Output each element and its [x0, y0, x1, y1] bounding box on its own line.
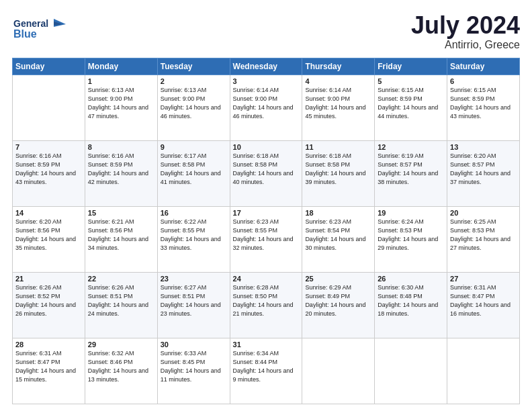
col-monday: Monday	[85, 58, 157, 75]
calendar-cell: 15 Sunrise: 6:21 AMSunset: 8:56 PMDaylig…	[85, 206, 157, 272]
day-info: Sunrise: 6:17 AMSunset: 8:58 PMDaylight:…	[161, 152, 227, 187]
calendar-cell: 3 Sunrise: 6:14 AMSunset: 9:00 PMDayligh…	[230, 75, 302, 140]
day-number: 3	[233, 77, 300, 85]
calendar-table: Sunday Monday Tuesday Wednesday Thursday…	[12, 58, 520, 404]
logo-svg: General Blue	[12, 12, 73, 46]
day-number: 5	[378, 77, 444, 85]
day-info: Sunrise: 6:14 AMSunset: 9:00 PMDaylight:…	[305, 86, 371, 121]
calendar-cell: 17 Sunrise: 6:23 AMSunset: 8:55 PMDaylig…	[230, 206, 302, 272]
calendar-week-2: 14 Sunrise: 6:20 AMSunset: 8:56 PMDaylig…	[13, 206, 520, 272]
day-info: Sunrise: 6:18 AMSunset: 8:58 PMDaylight:…	[305, 152, 371, 187]
day-info: Sunrise: 6:13 AMSunset: 9:00 PMDaylight:…	[161, 86, 227, 121]
day-info: Sunrise: 6:23 AMSunset: 8:55 PMDaylight:…	[233, 218, 300, 253]
day-info: Sunrise: 6:19 AMSunset: 8:57 PMDaylight:…	[378, 152, 444, 187]
day-number: 6	[450, 77, 517, 85]
svg-text:General: General	[13, 18, 48, 29]
day-info: Sunrise: 6:25 AMSunset: 8:53 PMDaylight:…	[450, 218, 517, 253]
day-number: 16	[161, 209, 227, 217]
main-title: July 2024	[411, 12, 520, 39]
day-info: Sunrise: 6:29 AMSunset: 8:49 PMDaylight:…	[305, 283, 371, 318]
day-number: 24	[233, 275, 300, 283]
day-info: Sunrise: 6:30 AMSunset: 8:48 PMDaylight:…	[378, 283, 444, 318]
day-info: Sunrise: 6:26 AMSunset: 8:52 PMDaylight:…	[15, 283, 82, 318]
svg-text:Blue: Blue	[13, 28, 37, 40]
day-number: 29	[88, 340, 154, 349]
day-info: Sunrise: 6:15 AMSunset: 8:59 PMDaylight:…	[450, 86, 517, 121]
day-number: 17	[233, 209, 300, 217]
day-info: Sunrise: 6:16 AMSunset: 8:59 PMDaylight:…	[88, 152, 154, 187]
calendar-cell: 6 Sunrise: 6:15 AMSunset: 8:59 PMDayligh…	[447, 75, 520, 140]
calendar-cell: 16 Sunrise: 6:22 AMSunset: 8:55 PMDaylig…	[157, 206, 230, 272]
calendar-cell: 21 Sunrise: 6:26 AMSunset: 8:52 PMDaylig…	[13, 272, 85, 338]
calendar-cell	[447, 338, 520, 404]
day-number: 13	[450, 143, 517, 151]
calendar-cell: 25 Sunrise: 6:29 AMSunset: 8:49 PMDaylig…	[302, 272, 375, 338]
day-info: Sunrise: 6:32 AMSunset: 8:46 PMDaylight:…	[88, 349, 154, 384]
calendar-cell: 20 Sunrise: 6:25 AMSunset: 8:53 PMDaylig…	[447, 206, 520, 272]
calendar-cell: 12 Sunrise: 6:19 AMSunset: 8:57 PMDaylig…	[375, 140, 447, 206]
calendar-cell: 19 Sunrise: 6:24 AMSunset: 8:53 PMDaylig…	[375, 206, 447, 272]
col-tuesday: Tuesday	[157, 58, 230, 75]
calendar-cell: 2 Sunrise: 6:13 AMSunset: 9:00 PMDayligh…	[157, 75, 230, 140]
day-info: Sunrise: 6:14 AMSunset: 9:00 PMDaylight:…	[233, 86, 300, 121]
day-number: 25	[305, 275, 371, 283]
calendar-cell: 24 Sunrise: 6:28 AMSunset: 8:50 PMDaylig…	[230, 272, 302, 338]
logo-area: General Blue	[12, 12, 73, 46]
page: General Blue July 2024 Antirrio, Greece …	[0, 0, 532, 411]
day-number: 22	[88, 275, 154, 283]
col-sunday: Sunday	[13, 58, 85, 75]
calendar-cell: 11 Sunrise: 6:18 AMSunset: 8:58 PMDaylig…	[302, 140, 375, 206]
day-info: Sunrise: 6:31 AMSunset: 8:47 PMDaylight:…	[450, 283, 517, 318]
calendar-cell: 5 Sunrise: 6:15 AMSunset: 8:59 PMDayligh…	[375, 75, 447, 140]
calendar-cell: 14 Sunrise: 6:20 AMSunset: 8:56 PMDaylig…	[13, 206, 85, 272]
day-number: 23	[161, 275, 227, 283]
day-info: Sunrise: 6:28 AMSunset: 8:50 PMDaylight:…	[233, 283, 300, 318]
day-number: 26	[378, 275, 444, 283]
day-number: 14	[15, 209, 82, 217]
title-area: July 2024 Antirrio, Greece	[411, 12, 520, 51]
day-info: Sunrise: 6:22 AMSunset: 8:55 PMDaylight:…	[161, 218, 227, 253]
col-saturday: Saturday	[447, 58, 520, 75]
day-number: 1	[88, 77, 154, 85]
calendar-week-3: 21 Sunrise: 6:26 AMSunset: 8:52 PMDaylig…	[13, 272, 520, 338]
day-info: Sunrise: 6:27 AMSunset: 8:51 PMDaylight:…	[161, 283, 227, 318]
day-number: 11	[305, 143, 371, 151]
day-info: Sunrise: 6:33 AMSunset: 8:45 PMDaylight:…	[161, 349, 227, 384]
day-info: Sunrise: 6:15 AMSunset: 8:59 PMDaylight:…	[378, 86, 444, 121]
calendar-cell: 26 Sunrise: 6:30 AMSunset: 8:48 PMDaylig…	[375, 272, 447, 338]
calendar-cell: 8 Sunrise: 6:16 AMSunset: 8:59 PMDayligh…	[85, 140, 157, 206]
calendar-cell: 1 Sunrise: 6:13 AMSunset: 9:00 PMDayligh…	[85, 75, 157, 140]
day-number: 2	[161, 77, 227, 85]
day-info: Sunrise: 6:20 AMSunset: 8:56 PMDaylight:…	[15, 218, 82, 253]
day-info: Sunrise: 6:18 AMSunset: 8:58 PMDaylight:…	[233, 152, 300, 187]
calendar-cell: 22 Sunrise: 6:26 AMSunset: 8:51 PMDaylig…	[85, 272, 157, 338]
day-info: Sunrise: 6:23 AMSunset: 8:54 PMDaylight:…	[305, 218, 371, 253]
header: General Blue July 2024 Antirrio, Greece	[12, 12, 520, 51]
calendar-cell: 27 Sunrise: 6:31 AMSunset: 8:47 PMDaylig…	[447, 272, 520, 338]
day-info: Sunrise: 6:26 AMSunset: 8:51 PMDaylight:…	[88, 283, 154, 318]
day-number: 30	[161, 340, 227, 349]
day-number: 18	[305, 209, 371, 217]
calendar-cell: 23 Sunrise: 6:27 AMSunset: 8:51 PMDaylig…	[157, 272, 230, 338]
calendar-cell: 10 Sunrise: 6:18 AMSunset: 8:58 PMDaylig…	[230, 140, 302, 206]
day-number: 12	[378, 143, 444, 151]
calendar-cell: 13 Sunrise: 6:20 AMSunset: 8:57 PMDaylig…	[447, 140, 520, 206]
day-info: Sunrise: 6:16 AMSunset: 8:59 PMDaylight:…	[15, 152, 82, 187]
day-info: Sunrise: 6:20 AMSunset: 8:57 PMDaylight:…	[450, 152, 517, 187]
calendar-cell	[302, 338, 375, 404]
calendar-cell: 30 Sunrise: 6:33 AMSunset: 8:45 PMDaylig…	[157, 338, 230, 404]
calendar-cell: 28 Sunrise: 6:31 AMSunset: 8:47 PMDaylig…	[13, 338, 85, 404]
calendar-cell: 4 Sunrise: 6:14 AMSunset: 9:00 PMDayligh…	[302, 75, 375, 140]
calendar-cell: 31 Sunrise: 6:34 AMSunset: 8:44 PMDaylig…	[230, 338, 302, 404]
calendar-cell	[13, 75, 85, 140]
day-number: 19	[378, 209, 444, 217]
subtitle: Antirrio, Greece	[411, 39, 520, 51]
day-number: 8	[88, 143, 154, 151]
col-wednesday: Wednesday	[230, 58, 302, 75]
day-number: 27	[450, 275, 517, 283]
day-info: Sunrise: 6:34 AMSunset: 8:44 PMDaylight:…	[233, 349, 300, 384]
day-number: 28	[15, 340, 82, 349]
calendar-week-1: 7 Sunrise: 6:16 AMSunset: 8:59 PMDayligh…	[13, 140, 520, 206]
day-number: 9	[161, 143, 227, 151]
day-info: Sunrise: 6:21 AMSunset: 8:56 PMDaylight:…	[88, 218, 154, 253]
